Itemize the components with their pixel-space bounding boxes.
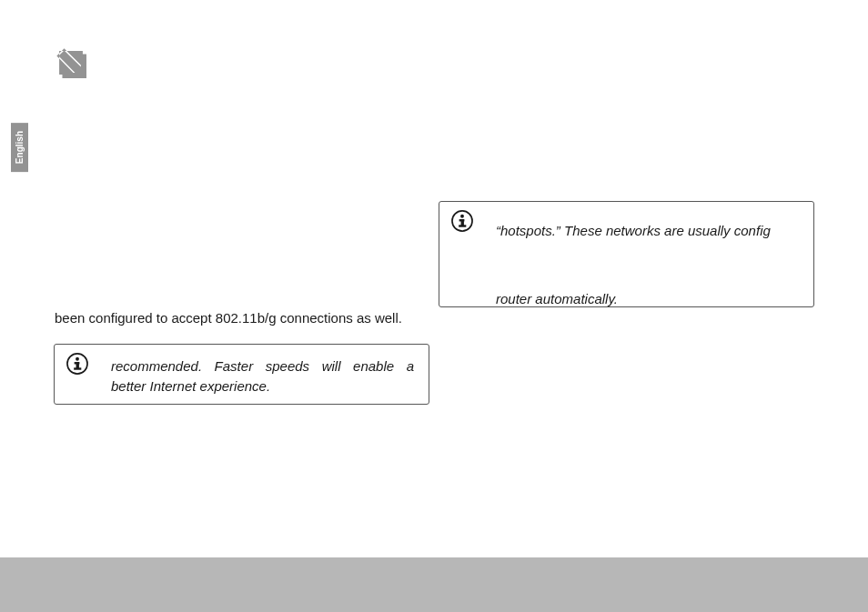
info-icon xyxy=(66,353,88,375)
info-box-hotspot: “hotspots.” These networks are usually c… xyxy=(439,201,814,307)
svg-point-6 xyxy=(460,215,464,218)
info-text-speed-line2: better Internet experience. xyxy=(111,376,414,396)
svg-rect-4 xyxy=(74,367,81,369)
svg-rect-9 xyxy=(459,225,466,226)
info-text-speed-line1: recommended. Faster speeds will enable a xyxy=(111,358,414,374)
language-tab: English xyxy=(11,123,28,172)
svg-point-1 xyxy=(76,357,79,361)
info-icon xyxy=(451,210,473,232)
info-text-hotspot-line1: “hotspots.” These networks are usually c… xyxy=(496,221,813,241)
info-text-speed: recommended. Faster speeds will enable a… xyxy=(111,356,414,396)
arrow-down-right-icon xyxy=(56,47,86,78)
info-text-hotspot-line2: router automatically. xyxy=(496,289,618,309)
body-paragraph-fragment: been configured to accept 802.11b/g conn… xyxy=(55,307,402,328)
info-box-speed: recommended. Faster speeds will enable a… xyxy=(54,344,429,405)
footer-bar xyxy=(0,557,868,612)
